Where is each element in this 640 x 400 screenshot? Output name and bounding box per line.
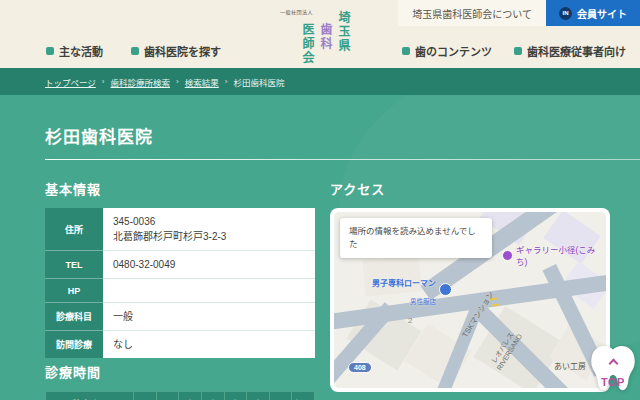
mens-shop-sublabel: 男性服店 [410,298,436,305]
hours-col-header: 診療時間 [46,392,134,400]
basic-info-heading: 基本情報 [45,179,315,198]
hours-col-tue: 火 [156,392,179,400]
nav-label: 歯のコンテンツ [415,43,492,59]
hours-col-mon: 月 [134,392,157,400]
breadcrumb-search[interactable]: 歯科診療所検索 [111,76,171,88]
gallery-poi-icon [502,250,513,261]
access-section: アクセス [330,165,610,400]
title-divider [45,159,640,160]
nav-item-find-clinic[interactable]: 歯科医院を探す [131,43,221,59]
row-value-visit: なし [103,331,315,359]
back-to-top-button[interactable]: TOP [586,340,640,398]
map-container[interactable]: 場所の情報を読み込めませんでした ギャラリー小径(こみち) 男子専科ローマン 男… [330,208,610,392]
tooth-bullet-icon [131,47,139,55]
breadcrumb-separator: › [225,77,228,86]
nav-item-professionals[interactable]: 歯科医療従事者向け [514,43,626,59]
row-label: HP [45,279,103,303]
member-site-label: 会員サイト [577,6,627,21]
hours-col-sun: 日 [269,392,292,400]
route-408-badge: 408 [348,362,372,373]
row-label: 診療科目 [45,303,103,331]
row-value-address: 345-0036 北葛飾郡杉戸町杉戸3-2-3 [103,208,315,251]
hours-col-holiday: 祝日 [292,392,315,400]
table-row: 診療科目 一般 [45,303,315,331]
nav-label: 歯科医院を探す [144,43,221,59]
mens-shop-label: 男子専科ローマン [372,279,436,288]
shop-poi-icon [439,283,452,296]
map-error-message: 場所の情報を読み込めませんでした [340,218,492,258]
access-heading: アクセス [330,179,610,198]
member-site-button[interactable]: IN 会員サイト [546,0,640,26]
breadcrumb-separator: › [176,77,179,86]
row-label: 住所 [45,208,103,251]
hours-col-thu: 木 [201,392,224,400]
logo-text-ishikai: 医師会 [299,23,316,65]
logo-org-type: 一般社団法人 [280,8,313,15]
map-label-ai-kobo: あい工房 [554,360,586,371]
login-icon: IN [559,7,572,20]
hours-col-fri: 金 [224,392,247,400]
breadcrumb-separator: › [102,77,105,86]
site-logo[interactable]: 一般社団法人 埼玉県 歯科 医師会 [278,4,354,66]
page-title: 杉田歯科医院 [45,123,153,148]
map-poi-mens-shop[interactable]: 男子専科ローマン 男性服店 [372,272,452,307]
row-value-hp [103,279,315,303]
google-map[interactable]: 場所の情報を読み込めませんでした ギャラリー小径(こみち) 男子専科ローマン 男… [334,212,606,388]
hours-heading: 診療時間 [45,362,315,381]
breadcrumb: トップページ › 歯科診療所検索 › 検索結果 › 杉田歯科医院 [45,76,284,88]
top-button-label: TOP [601,376,625,388]
map-building-number: 2 [408,316,412,325]
hours-table: 診療時間 月 火 水 木 金 土 日 祝日 [45,391,315,400]
nav-label: 主な活動 [59,43,103,59]
table-row: HP [45,279,315,303]
nav-item-activities[interactable]: 主な活動 [46,43,103,59]
hours-header-row: 診療時間 月 火 水 木 金 土 日 祝日 [46,392,315,400]
tooth-bullet-icon [46,47,54,55]
site-header: 埼玉県歯科医師会について IN 会員サイト 一般社団法人 埼玉県 歯科 医師会 … [0,0,640,68]
nav-item-tooth-contents[interactable]: 歯のコンテンツ [402,43,492,59]
nav-label: 歯科医療従事者向け [527,43,626,59]
hours-col-wed: 水 [179,392,202,400]
map-poi-gallery[interactable]: ギャラリー小径(こみち) [502,243,606,267]
table-row: 訪問診療 なし [45,331,315,359]
logo-text-saitama: 埼玉県 [335,11,352,53]
basic-info-section: 基本情報 住所 345-0036 北葛飾郡杉戸町杉戸3-2-3 TEL 0480… [45,165,315,400]
breadcrumb-results[interactable]: 検索結果 [185,76,219,88]
main-nav-right: 歯のコンテンツ 歯科医療従事者向け [402,43,626,59]
row-value-tel: 0480-32-0049 [103,251,315,279]
row-label: TEL [45,251,103,279]
utility-bar: 埼玉県歯科医師会について IN 会員サイト [398,0,640,26]
logo-text-shika: 歯科 [317,23,334,51]
tooth-bullet-icon [514,47,522,55]
row-value-department: 一般 [103,303,315,331]
main-nav-left: 主な活動 歯科医院を探す [46,43,221,59]
row-label: 訪問診療 [45,331,103,359]
about-association-link[interactable]: 埼玉県歯科医師会について [398,0,546,26]
table-row: 住所 345-0036 北葛飾郡杉戸町杉戸3-2-3 [45,208,315,251]
chevron-up-icon [608,359,618,369]
table-row: TEL 0480-32-0049 [45,251,315,279]
basic-info-table: 住所 345-0036 北葛飾郡杉戸町杉戸3-2-3 TEL 0480-32-0… [45,208,315,358]
breadcrumb-bar: トップページ › 歯科診療所検索 › 検索結果 › 杉田歯科医院 [0,68,640,95]
breadcrumb-home[interactable]: トップページ [45,76,96,88]
tooth-bullet-icon [402,47,410,55]
hours-col-sat: 土 [247,392,270,400]
gallery-poi-label: ギャラリー小径(こみち) [516,243,606,267]
main-content: 杉田歯科医院 基本情報 住所 345-0036 北葛飾郡杉戸町杉戸3-2-3 T… [0,95,640,400]
breadcrumb-current: 杉田歯科医院 [233,76,284,88]
